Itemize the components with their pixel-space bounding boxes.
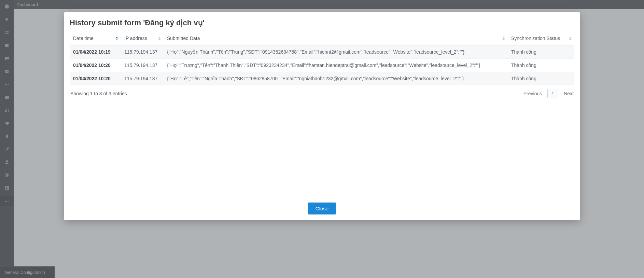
modal-body-spacer	[70, 98, 574, 199]
cell-ip: 115.79.194.137	[121, 72, 164, 85]
cell-status: Thành công	[508, 59, 574, 72]
cell-datetime: 01/04/2022 10:20	[70, 59, 121, 72]
cell-ip: 115.79.194.137	[121, 59, 164, 72]
history-modal: History submit form 'Đăng ký dịch vụ' Da…	[64, 12, 580, 220]
table-row: 01/04/2022 10:19 115.79.194.137 {"Họ":"N…	[70, 45, 574, 59]
col-header-status-label: Synchronization Status	[511, 36, 560, 41]
col-header-ip[interactable]: IP address	[121, 32, 164, 45]
col-header-data[interactable]: Submitted Data	[164, 32, 508, 45]
table-row: 01/04/2022 10:20 115.79.194.137 {"Họ":"L…	[70, 72, 574, 85]
cell-status: Thành công	[508, 72, 574, 85]
col-header-datetime[interactable]: Date time	[70, 32, 121, 45]
modal-overlay[interactable]: History submit form 'Đăng ký dịch vụ' Da…	[0, 0, 644, 278]
col-header-data-label: Submitted Data	[167, 36, 200, 41]
table-info-row: Showing 1 to 3 of 3 entries Previous 1 N…	[70, 85, 574, 98]
history-table: Date time IP address	[70, 32, 574, 85]
cell-data: {"Họ":"Trương","Tên":"Thanh Thiên","SĐT"…	[164, 59, 508, 72]
table-info-text: Showing 1 to 3 of 3 entries	[70, 91, 127, 96]
modal-footer: Close	[70, 199, 574, 216]
cell-data: {"Họ":"Lê","Tên":"Nghĩa Thành","SĐT":"08…	[164, 72, 508, 85]
cell-ip: 115.79.194.137	[121, 45, 164, 59]
modal-body: Date time IP address	[70, 32, 574, 216]
close-button[interactable]: Close	[308, 203, 336, 214]
sort-indicator-datetime	[115, 37, 118, 41]
pagination-prev[interactable]: Previous	[523, 91, 542, 96]
modal-title: History submit form 'Đăng ký dịch vụ'	[70, 18, 574, 27]
pagination: Previous 1 Next	[523, 89, 574, 98]
col-header-datetime-label: Date time	[73, 36, 94, 41]
table-row: 01/04/2022 10:20 115.79.194.137 {"Họ":"T…	[70, 59, 574, 72]
sort-indicator-ip	[158, 37, 161, 41]
sort-indicator-status	[569, 37, 572, 41]
col-header-ip-label: IP address	[124, 36, 147, 41]
cell-data: {"Họ":"Nguyễn Thành","Tên":"Trung","SĐT"…	[164, 45, 508, 59]
cell-status: Thành công	[508, 45, 574, 59]
pagination-page-1[interactable]: 1	[547, 89, 558, 98]
cell-datetime: 01/04/2022 10:20	[70, 72, 121, 85]
col-header-status[interactable]: Synchronization Status	[508, 32, 574, 45]
cell-datetime: 01/04/2022 10:19	[70, 45, 121, 59]
pagination-next[interactable]: Next	[564, 91, 574, 96]
sort-indicator-data	[502, 37, 505, 41]
